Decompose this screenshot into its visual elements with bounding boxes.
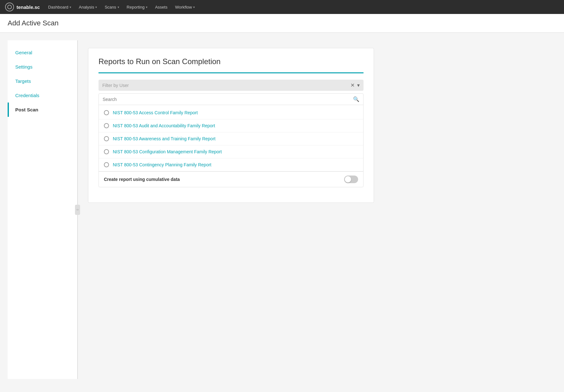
nav-item-analysis[interactable]: Analysis ▾ [76,3,100,11]
report-item-2: NIST 800-53 Awareness and Training Famil… [99,132,363,145]
cumulative-toggle[interactable] [344,176,358,183]
main-layout: General Settings Targets Credentials Pos… [0,33,564,387]
report-list: 🔍 NIST 800-53 Access Control Family Repo… [99,93,364,187]
sidebar-item-post-scan[interactable]: Post Scan [8,103,77,117]
content-area: Reports to Run on Scan Completion Filter… [78,40,556,379]
nav-item-reporting[interactable]: Reporting ▾ [124,3,151,11]
nav-item-scans[interactable]: Scans ▾ [101,3,122,11]
brand-name: tenable.sc [17,4,40,10]
report-label-3[interactable]: NIST 800-53 Configuration Management Fam… [113,149,222,154]
content-card: Reports to Run on Scan Completion Filter… [88,48,374,203]
filter-clear-icon[interactable]: ✕ [350,82,355,88]
sidebar-item-general[interactable]: General [8,45,77,60]
sidebar-resize-handle[interactable]: ‹› [75,205,80,215]
reporting-dropdown-icon: ▾ [146,5,147,9]
report-item-3: NIST 800-53 Configuration Management Fam… [99,145,363,158]
search-icon: 🔍 [353,96,359,102]
nav-item-workflow[interactable]: Workflow ▾ [172,3,198,11]
search-input[interactable] [103,97,353,102]
filter-dropdown-icon[interactable]: ▾ [357,82,360,88]
sidebar-item-targets[interactable]: Targets [8,74,77,88]
workflow-dropdown-icon: ▾ [193,5,195,9]
navbar: tenable.sc Dashboard ▾ Analysis ▾ Scans … [0,0,564,14]
page-title-bar: Add Active Scan [0,14,564,33]
sidebar-item-credentials[interactable]: Credentials [8,88,77,103]
report-radio-3[interactable] [104,149,109,154]
sidebar-item-settings[interactable]: Settings [8,60,77,74]
nav-item-dashboard[interactable]: Dashboard ▾ [45,3,74,11]
report-label-1[interactable]: NIST 800-53 Audit and Accountability Fam… [113,123,215,128]
report-label-4[interactable]: NIST 800-53 Contingency Planning Family … [113,162,211,167]
brand[interactable]: tenable.sc [5,3,40,11]
dashboard-dropdown-icon: ▾ [70,5,71,9]
filter-bar: Filter by User ✕ ▾ [99,80,364,91]
report-radio-1[interactable] [104,123,109,128]
report-radio-4[interactable] [104,162,109,167]
section-divider [99,72,364,73]
brand-logo [5,3,14,11]
cumulative-label: Create report using cumulative data [104,177,180,182]
report-item-0: NIST 800-53 Access Control Family Report [99,106,363,119]
page-title: Add Active Scan [8,19,556,27]
scans-dropdown-icon: ▾ [118,5,119,9]
report-radio-0[interactable] [104,110,109,115]
report-item-4: NIST 800-53 Contingency Planning Family … [99,158,363,171]
footer-buttons: Submit Cancel [0,387,564,392]
section-title: Reports to Run on Scan Completion [99,57,364,66]
analysis-dropdown-icon: ▾ [95,5,97,9]
toggle-thumb [345,176,351,183]
sidebar: General Settings Targets Credentials Pos… [8,40,78,379]
report-label-0[interactable]: NIST 800-53 Access Control Family Report [113,110,198,115]
report-item-1: NIST 800-53 Audit and Accountability Fam… [99,119,363,132]
sidebar-divider[interactable]: ‹› [78,40,78,379]
filter-bar-icons: ✕ ▾ [350,82,360,88]
search-box: 🔍 [99,94,363,105]
report-radio-2[interactable] [104,136,109,141]
nav-item-assets[interactable]: Assets [152,3,171,11]
report-label-2[interactable]: NIST 800-53 Awareness and Training Famil… [113,136,215,141]
cumulative-toggle-row: Create report using cumulative data [99,171,363,187]
filter-by-user-label: Filter by User [102,83,348,88]
